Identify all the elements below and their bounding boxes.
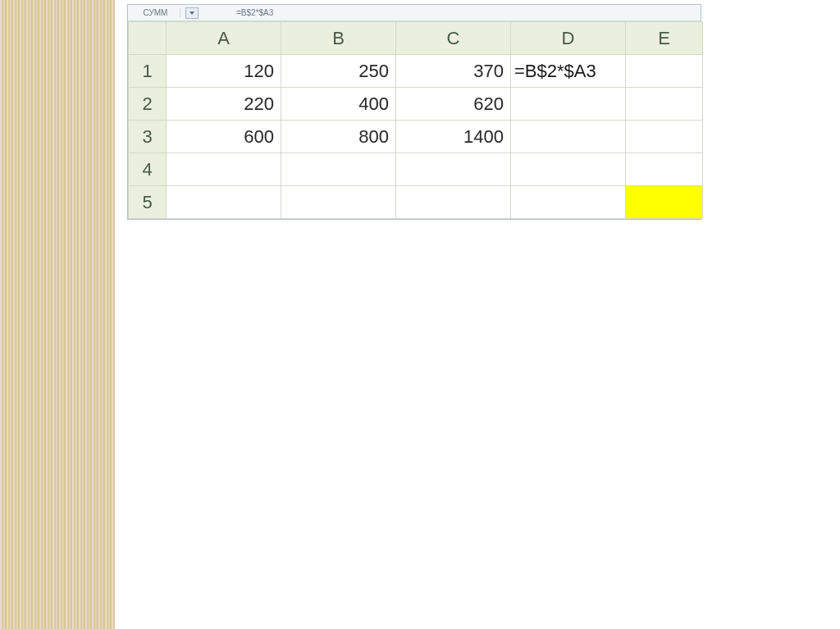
cell-e1[interactable] — [626, 55, 703, 88]
cell-c3[interactable]: 1400 — [396, 121, 511, 153]
row-header-4[interactable]: 4 — [129, 153, 167, 186]
cell-a5[interactable] — [167, 186, 281, 219]
cell-c5[interactable] — [396, 186, 511, 219]
cell-d1[interactable]: =B$2*$A3 — [511, 55, 626, 88]
cell-a3[interactable]: 600 — [167, 121, 281, 153]
col-header-b[interactable]: B — [281, 22, 396, 55]
row-2: 2 220 400 620 — [129, 88, 703, 121]
cell-e4[interactable] — [626, 153, 703, 186]
col-header-c[interactable]: C — [396, 22, 511, 55]
col-header-e[interactable]: E — [626, 22, 703, 55]
cell-a1[interactable]: 120 — [167, 55, 281, 88]
row-header-3[interactable]: 3 — [129, 121, 167, 153]
cell-d2[interactable] — [511, 88, 626, 121]
cell-b1[interactable]: 250 — [281, 55, 396, 88]
cell-d3[interactable] — [511, 121, 626, 153]
name-box[interactable]: СУММ — [131, 8, 180, 17]
formula-input[interactable]: =B$2*$A3 — [203, 8, 697, 17]
row-4: 4 — [129, 153, 703, 186]
spreadsheet-grid[interactable]: A B C D E 1 120 250 370 =B$2*$A3 2 220 4… — [128, 21, 703, 219]
cell-a2[interactable]: 220 — [167, 88, 281, 121]
cell-b2[interactable]: 400 — [281, 88, 396, 121]
left-texture-strip — [0, 0, 115, 629]
select-all-corner[interactable] — [129, 22, 167, 55]
cell-d5[interactable] — [511, 186, 626, 219]
cell-a4[interactable] — [167, 153, 281, 186]
cell-e3[interactable] — [626, 121, 703, 153]
cell-d4[interactable] — [511, 153, 626, 186]
cell-c4[interactable] — [396, 153, 511, 186]
cell-e5[interactable] — [626, 186, 703, 219]
cell-b5[interactable] — [281, 186, 396, 219]
column-header-row: A B C D E — [129, 22, 703, 55]
cell-b4[interactable] — [281, 153, 396, 186]
cell-c1[interactable]: 370 — [396, 55, 511, 88]
formula-bar: СУММ =B$2*$A3 — [128, 5, 701, 21]
col-header-d[interactable]: D — [511, 22, 626, 55]
row-header-5[interactable]: 5 — [129, 186, 167, 219]
row-3: 3 600 800 1400 — [129, 121, 703, 153]
spreadsheet-window: СУММ =B$2*$A3 A B C D E 1 120 250 370 =B… — [127, 4, 701, 220]
row-1: 1 120 250 370 =B$2*$A3 — [129, 55, 703, 88]
row-header-2[interactable]: 2 — [129, 88, 167, 121]
row-header-1[interactable]: 1 — [129, 55, 167, 88]
cell-e2[interactable] — [626, 88, 703, 121]
cell-c2[interactable]: 620 — [396, 88, 511, 121]
col-header-a[interactable]: A — [167, 22, 281, 55]
cell-b3[interactable]: 800 — [281, 121, 396, 153]
name-box-dropdown-icon[interactable] — [185, 7, 199, 19]
row-5: 5 — [129, 186, 703, 219]
